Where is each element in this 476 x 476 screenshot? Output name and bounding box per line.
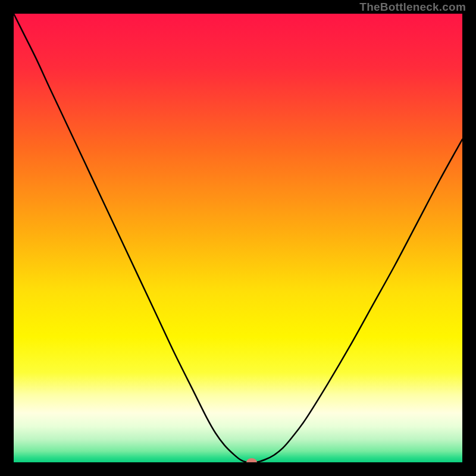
bottleneck-curve (14, 14, 462, 462)
watermark-text: TheBottleneck.com (359, 1, 466, 14)
chart-frame: TheBottleneck.com (0, 0, 476, 476)
optimal-point-marker (246, 458, 257, 462)
plot-area (14, 14, 462, 462)
